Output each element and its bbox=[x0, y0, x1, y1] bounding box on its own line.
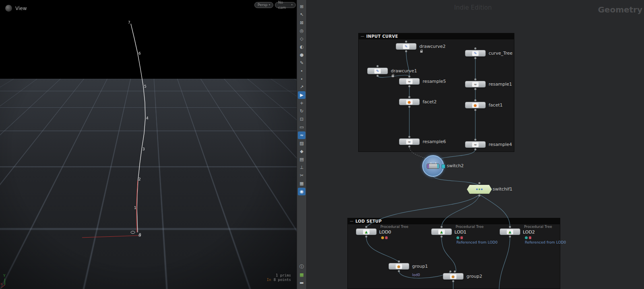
output-connector[interactable] bbox=[409, 146, 411, 148]
switch-node-body[interactable] bbox=[427, 164, 440, 169]
node-lod2[interactable]: ▲ Procedural Tree LOD2 Referenced from L… bbox=[500, 228, 520, 235]
input-connector[interactable] bbox=[441, 226, 443, 228]
node-switchif1[interactable]: switchif1 bbox=[467, 185, 492, 194]
output-connector[interactable] bbox=[475, 148, 477, 150]
input-connector[interactable] bbox=[475, 99, 477, 101]
input-connector[interactable] bbox=[475, 139, 477, 141]
node-group1[interactable]: ● group1 lod0 bbox=[388, 263, 409, 270]
switchif-body[interactable] bbox=[467, 185, 492, 194]
draw-curve[interactable] bbox=[131, 24, 145, 232]
output-connector[interactable] bbox=[365, 236, 367, 238]
output-connector[interactable] bbox=[452, 280, 454, 282]
diamond-snap-icon[interactable]: ◇ bbox=[298, 35, 305, 43]
arrow-tool-icon[interactable]: ↗ bbox=[298, 83, 305, 91]
input-connector[interactable] bbox=[430, 162, 431, 164]
output-connector[interactable] bbox=[509, 236, 511, 238]
input-connector[interactable] bbox=[509, 226, 511, 228]
node-facet1[interactable]: ● facet1 bbox=[465, 102, 486, 109]
display-flag[interactable] bbox=[442, 164, 445, 168]
persp-menu-button[interactable]: Persp ▾ bbox=[254, 2, 273, 8]
output-connector[interactable] bbox=[475, 109, 477, 111]
camera-select-button[interactable]: No cam ▾ bbox=[275, 2, 296, 8]
node-label: group2 bbox=[466, 274, 482, 279]
node-label: facet1 bbox=[489, 102, 503, 108]
node-resample6[interactable]: ≈ resample6 bbox=[399, 138, 420, 145]
network-editor[interactable]: Indie Edition Geometry — INPUT CURVE — L… bbox=[307, 0, 644, 289]
output-connector[interactable] bbox=[405, 50, 407, 52]
scene-viewport[interactable]: 7 6 5 4 3 2 1 0 View Persp ▾ No cam ▾ 1 … bbox=[0, 0, 297, 289]
warning-icon[interactable] bbox=[381, 236, 384, 239]
node-lod0[interactable]: ▲ Procedural Tree LOD0 bbox=[356, 228, 377, 235]
memory-icon[interactable]: ▬ bbox=[298, 279, 305, 287]
lock-flag-icon[interactable] bbox=[460, 236, 463, 239]
pin-icon[interactable]: ◎ bbox=[298, 27, 305, 35]
align-tool-icon[interactable]: ⊥ bbox=[298, 164, 305, 171]
resample-icon: ≈ bbox=[406, 139, 413, 144]
output-connector[interactable] bbox=[475, 88, 477, 90]
output-connector[interactable] bbox=[398, 270, 400, 272]
cut-tool-icon[interactable]: ✂ bbox=[298, 172, 305, 179]
output-connector[interactable] bbox=[377, 75, 379, 77]
input-connector[interactable] bbox=[454, 271, 456, 273]
translate-tool-icon[interactable]: + bbox=[298, 99, 305, 107]
input-connector[interactable] bbox=[365, 226, 367, 228]
rotate-tool-icon[interactable]: ↻ bbox=[298, 107, 305, 115]
grid-snap-icon[interactable]: ▤ bbox=[298, 156, 305, 163]
right-flag[interactable] bbox=[437, 164, 439, 168]
viewport-layout-icon[interactable]: ⊞ bbox=[298, 3, 305, 10]
input-connector[interactable] bbox=[409, 96, 411, 98]
node-drawcurve2[interactable]: ✎ drawcurve2 bbox=[396, 43, 417, 50]
input-connector[interactable] bbox=[450, 271, 452, 273]
snap-icon[interactable]: ◆ bbox=[298, 148, 305, 155]
input-connector[interactable] bbox=[377, 65, 379, 67]
lock-flag-icon[interactable] bbox=[529, 236, 531, 239]
node-resample4[interactable]: ≈ resample4 bbox=[465, 141, 486, 148]
node-switch2[interactable]: switch2 bbox=[422, 155, 444, 177]
output-connector[interactable] bbox=[479, 195, 481, 197]
reference-icon[interactable] bbox=[456, 236, 459, 239]
input-connector[interactable] bbox=[475, 47, 477, 49]
drawcurve-icon: ✎ bbox=[374, 69, 381, 74]
reference-icon[interactable] bbox=[525, 236, 528, 239]
output-connector[interactable] bbox=[409, 106, 411, 108]
pen-icon[interactable]: ✎ bbox=[298, 59, 305, 67]
input-connector[interactable] bbox=[479, 182, 481, 184]
output-connector[interactable] bbox=[409, 85, 411, 87]
origin-handle[interactable] bbox=[131, 231, 135, 234]
node-type-label: Procedural Tree bbox=[380, 225, 409, 229]
node-resample1[interactable]: ≈ resample1 bbox=[465, 81, 486, 88]
node-resample5[interactable]: ≈ resample5 bbox=[399, 78, 420, 85]
left-flag[interactable] bbox=[427, 164, 429, 168]
dot-icon[interactable]: • bbox=[298, 67, 305, 75]
input-connector[interactable] bbox=[398, 260, 400, 262]
node-facet2[interactable]: ● facet2 bbox=[399, 98, 420, 105]
scale-tool-icon[interactable]: ⊡ bbox=[298, 115, 305, 123]
output-connector[interactable] bbox=[441, 236, 443, 238]
light-tool-icon[interactable]: ◉ bbox=[298, 188, 305, 195]
input-connector[interactable] bbox=[409, 136, 411, 138]
select-tool-icon[interactable]: ▶ bbox=[298, 91, 305, 99]
shading-icon[interactable]: ◐ bbox=[298, 43, 305, 51]
input-connector[interactable] bbox=[405, 41, 407, 43]
node-drawcurve1[interactable]: ✎ drawcurve1 bbox=[367, 68, 388, 74]
output-connector[interactable] bbox=[475, 57, 477, 59]
small-dot-icon[interactable]: ∙ bbox=[298, 75, 305, 83]
input-connector[interactable] bbox=[435, 162, 436, 164]
paint-tool-icon[interactable]: ▨ bbox=[298, 139, 305, 147]
sphere-icon[interactable]: ● bbox=[298, 51, 305, 59]
lock-flag-icon[interactable] bbox=[385, 236, 388, 239]
input-connector[interactable] bbox=[475, 78, 477, 80]
node-lod1[interactable]: ▲ Procedural Tree LOD1 Referenced from L… bbox=[431, 228, 452, 235]
cells-icon[interactable]: ▦ bbox=[298, 271, 305, 279]
node-group2[interactable]: ● group2 bbox=[443, 273, 464, 280]
mirror-tool-icon[interactable]: ▦ bbox=[298, 180, 305, 187]
marquee-select-icon[interactable]: ▭ bbox=[298, 123, 305, 131]
node-curve-tree[interactable]: ✎ curve_Tree bbox=[465, 50, 486, 57]
info-icon[interactable]: ⓘ bbox=[298, 263, 305, 271]
lock-icon[interactable]: ⊠ bbox=[298, 19, 305, 27]
input-connector[interactable] bbox=[409, 76, 411, 78]
point-number: 3 bbox=[142, 147, 145, 151]
curve-tool-icon[interactable]: ≈ bbox=[298, 131, 305, 139]
houdini-logo bbox=[5, 5, 12, 12]
cursor-icon[interactable]: ↖ bbox=[298, 11, 305, 18]
